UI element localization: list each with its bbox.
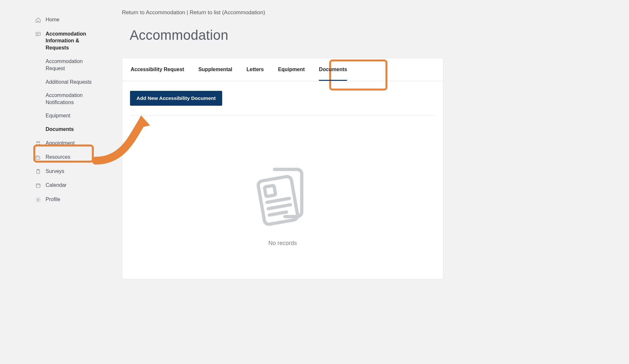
sidebar-item-surveys[interactable]: Surveys xyxy=(35,164,103,178)
folders-icon xyxy=(35,155,41,160)
sidebar-item-accommodation-info[interactable]: Accommodation Information & Requests xyxy=(35,27,103,55)
tab-letters[interactable]: Letters xyxy=(239,58,271,81)
svg-rect-9 xyxy=(265,185,276,197)
sidebar-subitem-equipment[interactable]: Equipment xyxy=(46,109,103,123)
empty-state: No records xyxy=(130,116,435,260)
sidebar-subitem-documents[interactable]: Documents xyxy=(46,123,103,136)
add-document-button[interactable]: Add New Accessibility Document xyxy=(130,91,222,106)
tab-equipment[interactable]: Equipment xyxy=(271,58,312,81)
svg-rect-6 xyxy=(36,184,40,187)
breadcrumb-separator: | xyxy=(185,9,190,16)
content-card: Accessibility Request Supplemental Lette… xyxy=(122,58,443,279)
sidebar-item-calendar[interactable]: Calendar xyxy=(35,178,103,192)
sidebar-subitems: Accommodation Request Additional Request… xyxy=(35,55,103,136)
sidebar-item-resources[interactable]: Resources xyxy=(35,150,103,164)
card-body: Add New Accessibility Document xyxy=(122,81,443,279)
breadcrumb: Return to Accommodation | Return to list… xyxy=(122,9,443,16)
chat-icon xyxy=(35,31,41,37)
sidebar-item-label: Appointment xyxy=(46,140,103,147)
sidebar-item-label: Resources xyxy=(46,154,103,161)
sidebar-item-label: Accommodation Information & Requests xyxy=(46,30,103,51)
main-content: Return to Accommodation | Return to list… xyxy=(106,5,618,284)
empty-state-text: No records xyxy=(268,240,297,247)
sidebar-item-label: Home xyxy=(46,16,103,23)
documents-empty-icon xyxy=(252,164,313,229)
svg-line-10 xyxy=(267,198,289,202)
page-title: Accommodation xyxy=(130,27,443,43)
svg-point-3 xyxy=(38,141,40,143)
sidebar-item-label: Surveys xyxy=(46,168,103,175)
tab-supplemental[interactable]: Supplemental xyxy=(191,58,239,81)
home-icon xyxy=(35,17,41,23)
sidebar-subitem-accommodation-notifications[interactable]: Accommodation Notifications xyxy=(46,89,103,109)
svg-rect-1 xyxy=(36,32,40,36)
breadcrumb-return-accommodation[interactable]: Return to Accommodation xyxy=(122,9,185,16)
tab-accessibility-request[interactable]: Accessibility Request xyxy=(124,58,191,81)
svg-point-7 xyxy=(38,199,39,201)
sidebar-item-appointment[interactable]: Appointment xyxy=(35,136,103,150)
gear-icon xyxy=(35,197,41,203)
svg-point-2 xyxy=(37,141,38,143)
tab-documents[interactable]: Documents xyxy=(312,58,354,81)
sidebar-subitem-additional-requests[interactable]: Additional Requests xyxy=(46,75,103,89)
sidebar-item-profile[interactable]: Profile xyxy=(35,192,103,207)
svg-line-12 xyxy=(269,212,287,215)
sidebar-subitem-accommodation-request[interactable]: Accommodation Request xyxy=(46,55,103,75)
sidebar-item-label: Calendar xyxy=(46,182,103,189)
sidebar-item-home[interactable]: Home xyxy=(35,13,103,27)
svg-line-11 xyxy=(268,205,290,209)
sidebar: Home Accommodation Information & Request… xyxy=(11,5,106,284)
breadcrumb-return-list[interactable]: Return to list (Accommodation) xyxy=(190,9,265,16)
tabs: Accessibility Request Supplemental Lette… xyxy=(122,58,443,81)
calendar-icon xyxy=(35,183,41,188)
sidebar-item-label: Profile xyxy=(46,196,103,203)
people-swap-icon xyxy=(35,141,41,146)
clipboard-icon xyxy=(35,169,41,175)
